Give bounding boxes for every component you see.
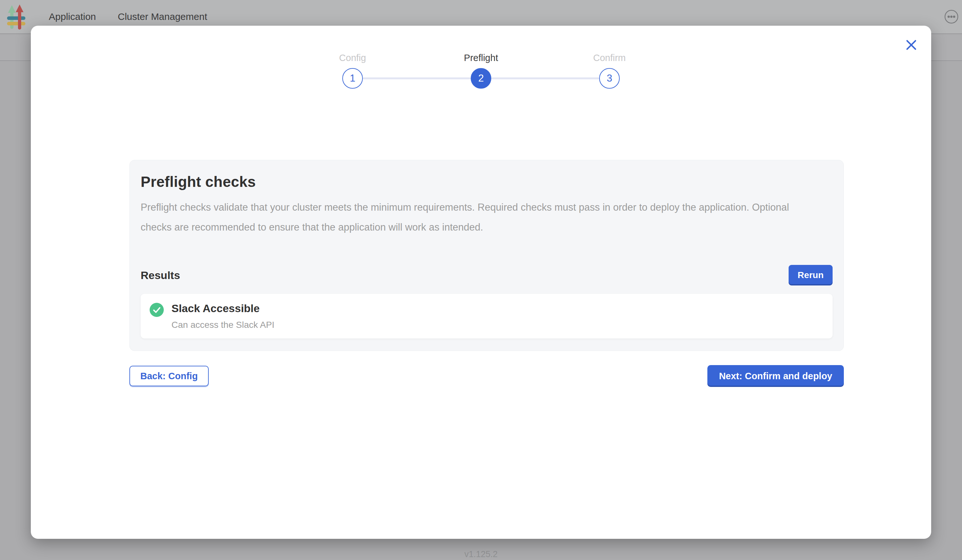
rerun-button[interactable]: Rerun bbox=[789, 265, 833, 286]
ellipsis-icon bbox=[944, 9, 959, 24]
check-circle-icon bbox=[150, 303, 164, 317]
back-config-button[interactable]: Back: Config bbox=[129, 366, 209, 386]
check-name: Slack Accessible bbox=[171, 302, 274, 315]
step-label: Config bbox=[288, 52, 417, 64]
check-result-row: Slack Accessible Can access the Slack AP… bbox=[140, 294, 833, 339]
nav-item-cluster-management[interactable]: Cluster Management bbox=[118, 11, 207, 22]
step-circle-2[interactable]: 2 bbox=[471, 68, 491, 89]
stepper: Config 1 Preflight 2 Confirm 3 bbox=[288, 52, 674, 103]
step-config: Config 1 bbox=[288, 52, 417, 89]
check-detail: Can access the Slack API bbox=[171, 320, 274, 330]
step-confirm: Confirm 3 bbox=[545, 52, 674, 89]
version-label: v1.125.2 bbox=[0, 549, 962, 559]
main-nav: Application Cluster Management bbox=[49, 11, 207, 22]
next-confirm-deploy-button[interactable]: Next: Confirm and deploy bbox=[707, 365, 844, 387]
modal-footer-buttons: Back: Config Next: Confirm and deploy bbox=[129, 365, 844, 387]
preflight-checks-card: Preflight checks Preflight checks valida… bbox=[129, 160, 844, 351]
step-circle-3[interactable]: 3 bbox=[599, 68, 620, 89]
close-icon[interactable] bbox=[904, 37, 919, 53]
preflight-description: Preflight checks validate that your clus… bbox=[140, 197, 812, 237]
nav-item-application[interactable]: Application bbox=[49, 11, 96, 22]
step-preflight: Preflight 2 bbox=[417, 52, 545, 89]
overflow-menu-button[interactable] bbox=[944, 9, 959, 24]
app-logo-icon bbox=[5, 2, 33, 31]
check-result-text: Slack Accessible Can access the Slack AP… bbox=[171, 302, 274, 330]
results-heading: Results bbox=[140, 269, 180, 282]
preflight-modal: Config 1 Preflight 2 Confirm 3 Preflight… bbox=[31, 26, 931, 539]
step-circle-1[interactable]: 1 bbox=[342, 68, 363, 89]
page-title: Preflight checks bbox=[140, 173, 833, 190]
step-label: Confirm bbox=[545, 52, 674, 64]
step-label: Preflight bbox=[417, 52, 545, 64]
